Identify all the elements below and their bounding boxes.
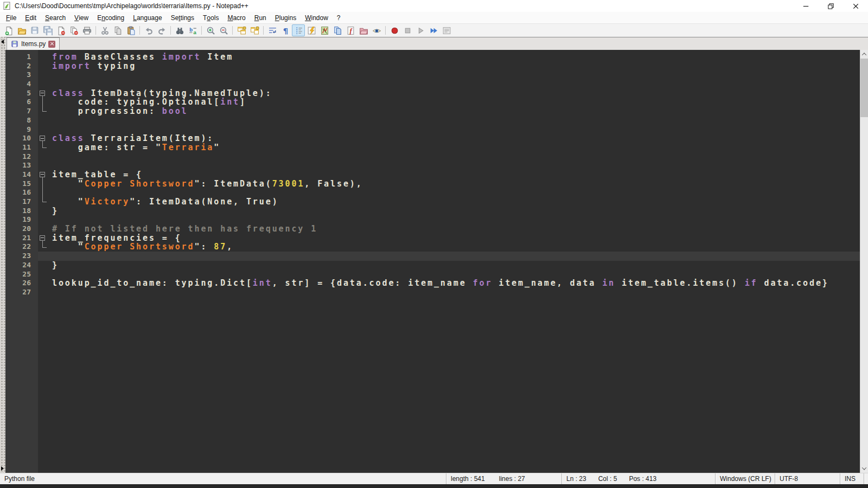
code-text: "Victory": ItemData(None, True) — [48, 197, 860, 207]
close-button[interactable] — [843, 0, 868, 12]
scrollbar-up-arrow-icon[interactable] — [860, 50, 868, 59]
code-text: item_frequencies = { — [48, 234, 860, 243]
cut-button[interactable] — [98, 24, 111, 36]
tab-items-py[interactable]: Items.py — [7, 37, 60, 50]
menu-help[interactable]: ? — [333, 12, 345, 23]
minimize-button[interactable] — [793, 0, 818, 12]
scrollbar-down-arrow-icon[interactable] — [860, 464, 868, 473]
menu-search[interactable]: Search — [41, 12, 70, 23]
macro-record-icon — [390, 26, 399, 35]
code-area[interactable]: 1from BaseClasses import Item2import typ… — [5, 50, 860, 473]
fold-collapse-icon[interactable] — [38, 134, 48, 143]
line-number: 23 — [5, 252, 38, 261]
code-text: import typing — [48, 62, 860, 71]
show-all-characters-button[interactable]: ¶ — [279, 24, 292, 36]
fold-margin — [38, 80, 48, 89]
line-number: 19 — [5, 215, 38, 224]
show-all-characters-icon: ¶ — [281, 26, 290, 35]
code-text: lookup_id_to_name: typing.Dict[int, str]… — [48, 279, 860, 288]
function-list-button[interactable]: f — [344, 24, 357, 36]
macro-record-button[interactable] — [388, 24, 401, 36]
code-text: "Copper Shortsword": 87, — [48, 242, 860, 252]
print-button[interactable] — [80, 24, 93, 36]
menu-edit[interactable]: Edit — [21, 12, 41, 23]
find-icon — [175, 26, 184, 35]
document-map-button[interactable] — [318, 24, 331, 36]
folder-as-workspace-button[interactable] — [357, 24, 370, 36]
close-button[interactable] — [54, 24, 67, 36]
menu-view[interactable]: View — [70, 12, 93, 23]
macro-save-button[interactable] — [440, 24, 453, 36]
menu-run[interactable]: Run — [250, 12, 271, 23]
menu-settings[interactable]: Settings — [167, 12, 199, 23]
open-file-button[interactable] — [15, 24, 28, 36]
line-number: 26 — [5, 279, 38, 288]
zoom-out-icon — [219, 26, 228, 35]
code-line-18: 18} — [5, 207, 860, 216]
scrollbar-thumb[interactable] — [860, 59, 868, 117]
code-line-1: 1from BaseClasses import Item — [5, 53, 860, 62]
code-line-21: 21item_frequencies = { — [5, 234, 860, 243]
cut-icon — [100, 26, 110, 35]
sync-horizontal-scroll-button[interactable] — [248, 24, 261, 36]
menu-macro[interactable]: Macro — [223, 12, 250, 23]
vertical-scrollbar[interactable] — [860, 50, 868, 473]
code-line-9: 9 — [5, 125, 860, 134]
code-line-2: 2import typing — [5, 62, 860, 71]
dock-collapse-arrow-icon[interactable] — [1, 40, 4, 44]
redo-button[interactable] — [155, 24, 168, 36]
menu-file[interactable]: File — [2, 12, 21, 23]
code-line-3: 3 — [5, 70, 860, 80]
status-length: length : 541 — [451, 475, 485, 483]
line-number: 1 — [5, 53, 38, 62]
paste-button[interactable] — [124, 24, 137, 36]
menu-encoding[interactable]: Encoding — [93, 12, 129, 23]
dock-expand-arrow-icon[interactable] — [1, 466, 4, 471]
menu-tools[interactable]: Tools — [199, 12, 223, 23]
code-text: code: typing.Optional[int] — [48, 98, 860, 107]
macro-stop-button[interactable] — [401, 24, 414, 36]
word-wrap-button[interactable] — [266, 24, 279, 36]
menu-language[interactable]: Language — [129, 12, 166, 23]
new-file-button[interactable] — [2, 24, 15, 36]
code-line-10: 10class TerrariaItem(Item): — [5, 134, 860, 143]
tab-close-icon[interactable] — [48, 41, 55, 48]
function-list-icon: f — [346, 26, 355, 35]
print-icon — [82, 26, 92, 35]
title-bar: C:\Users\Dood\Documents\tmp\Archipelago\… — [0, 0, 868, 12]
editor-column: Items.py 1from BaseClasses import Item2i… — [5, 37, 868, 473]
fold-margin — [38, 252, 48, 261]
close-all-button[interactable] — [67, 24, 80, 36]
replace-button[interactable]: ba — [186, 24, 199, 36]
restore-button[interactable] — [818, 0, 843, 12]
macro-run-multiple-button[interactable] — [427, 24, 440, 36]
macro-play-button[interactable] — [414, 24, 427, 36]
copy-button[interactable] — [111, 24, 124, 36]
menu-plugins[interactable]: Plugins — [271, 12, 301, 23]
document-switcher-button[interactable] — [331, 24, 344, 36]
fold-collapse-icon[interactable] — [38, 89, 48, 98]
macro-play-icon — [416, 26, 425, 35]
code-line-12: 12 — [5, 152, 860, 162]
monitoring-button[interactable] — [370, 24, 383, 36]
screen-edge — [0, 484, 868, 488]
code-line-4: 4 — [5, 80, 860, 89]
menu-window[interactable]: Window — [301, 12, 333, 23]
indent-guide-button[interactable] — [292, 24, 305, 36]
find-button[interactable] — [173, 24, 186, 36]
code-text: # If not listed here then has frequency … — [48, 224, 860, 234]
user-defined-language-button[interactable] — [305, 24, 318, 36]
fold-collapse-icon[interactable] — [38, 170, 48, 179]
status-doc-type: Python file — [0, 473, 446, 484]
undo-button[interactable] — [142, 24, 155, 36]
toolbar-separator — [170, 26, 171, 35]
save-all-button[interactable] — [41, 24, 54, 36]
sync-vertical-scroll-button[interactable] — [235, 24, 248, 36]
zoom-out-button[interactable] — [217, 24, 230, 36]
save-button[interactable] — [28, 24, 41, 36]
fold-collapse-icon[interactable] — [38, 234, 48, 243]
fold-margin — [38, 288, 48, 297]
zoom-in-button[interactable] — [204, 24, 217, 36]
svg-text:¶: ¶ — [283, 26, 288, 35]
sync-horizontal-scroll-icon — [250, 26, 259, 35]
